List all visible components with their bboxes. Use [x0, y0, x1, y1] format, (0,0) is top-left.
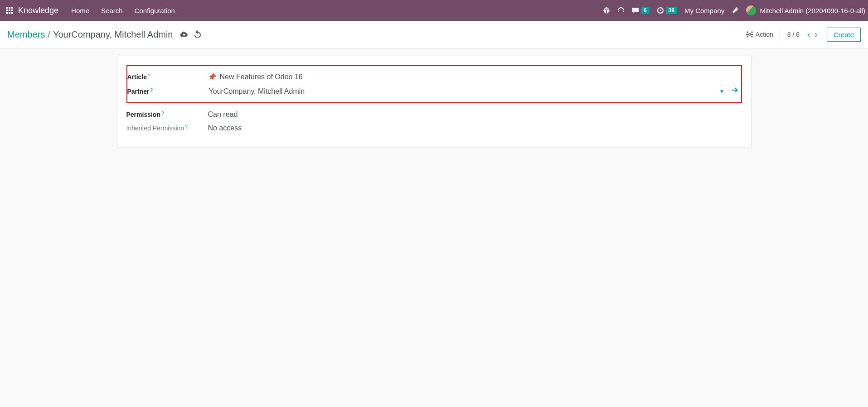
partner-value-container[interactable]: YourCompany, Mitchell Admin ▼	[209, 86, 741, 96]
messages-icon[interactable]: 6	[632, 7, 650, 14]
permission-value-container[interactable]: Can read	[208, 110, 742, 119]
user-name: Mitchell Admin (20204090-16-0-all)	[760, 7, 865, 14]
support-icon[interactable]	[617, 7, 625, 14]
control-panel: Members / YourCompany, Mitchell Admin Ac…	[0, 21, 868, 48]
bug-icon[interactable]	[603, 7, 610, 14]
main-header: Knowledge Home Search Configuration 6 38…	[0, 0, 868, 21]
apps-grid-icon[interactable]	[5, 6, 14, 14]
app-name[interactable]: Knowledge	[18, 6, 58, 15]
highlighted-fields-group: Article? New Features of Odoo 16 Partner…	[126, 65, 742, 103]
pin-icon	[209, 72, 216, 81]
avatar	[746, 5, 756, 15]
help-icon[interactable]: ?	[185, 124, 188, 129]
nav-configuration[interactable]: Configuration	[135, 7, 175, 14]
article-label: Article?	[127, 73, 209, 81]
help-icon[interactable]: ?	[150, 88, 153, 93]
nav-home[interactable]: Home	[71, 7, 89, 14]
activities-badge: 38	[666, 7, 677, 14]
pager-count[interactable]: 8 / 8	[787, 31, 800, 38]
pager: 8 / 8 ‹ ›	[787, 30, 820, 39]
user-menu[interactable]: Mitchell Admin (20204090-16-0-all)	[746, 5, 865, 15]
inherited-permission-label: Inherited Permission?	[126, 124, 208, 132]
field-permission: Permission? Can read	[126, 108, 742, 121]
cloud-save-icon[interactable]	[180, 29, 188, 40]
breadcrumb-separator: /	[48, 29, 50, 40]
inherited-permission-value: No access	[208, 124, 242, 132]
pager-prev-icon[interactable]: ‹	[805, 30, 812, 39]
nav-search[interactable]: Search	[101, 7, 123, 14]
form-sheet: Article? New Features of Odoo 16 Partner…	[117, 56, 752, 147]
action-label: Action	[756, 31, 773, 38]
breadcrumb-current: YourCompany, Mitchell Admin	[53, 29, 173, 40]
external-link-icon[interactable]	[731, 86, 738, 96]
debug-tools-icon[interactable]	[732, 7, 739, 14]
partner-label: Partner?	[127, 88, 209, 95]
permission-label: Permission?	[126, 111, 208, 118]
activities-icon[interactable]: 38	[657, 7, 677, 14]
create-button[interactable]: Create	[827, 28, 861, 42]
article-value-container[interactable]: New Features of Odoo 16	[209, 72, 741, 81]
pager-next-icon[interactable]: ›	[812, 30, 820, 39]
breadcrumb-link-members[interactable]: Members	[7, 29, 45, 40]
action-menu-button[interactable]: Action	[746, 26, 780, 43]
field-article: Article? New Features of Odoo 16	[127, 70, 741, 84]
partner-value: YourCompany, Mitchell Admin	[209, 87, 305, 96]
field-partner: Partner? YourCompany, Mitchell Admin ▼	[127, 84, 741, 99]
breadcrumb: Members / YourCompany, Mitchell Admin	[7, 29, 201, 40]
inherited-permission-value-container: No access	[208, 124, 742, 132]
company-selector[interactable]: My Company	[684, 7, 724, 14]
help-icon[interactable]: ?	[161, 111, 164, 116]
undo-icon[interactable]	[194, 29, 201, 40]
help-icon[interactable]: ?	[148, 73, 150, 78]
article-value: New Features of Odoo 16	[220, 73, 303, 81]
chevron-down-icon[interactable]: ▼	[719, 88, 725, 95]
messages-badge: 6	[641, 7, 650, 14]
permission-value: Can read	[208, 110, 238, 119]
main-content: Article? New Features of Odoo 16 Partner…	[0, 48, 868, 165]
field-inherited-permission: Inherited Permission? No access	[126, 121, 742, 135]
